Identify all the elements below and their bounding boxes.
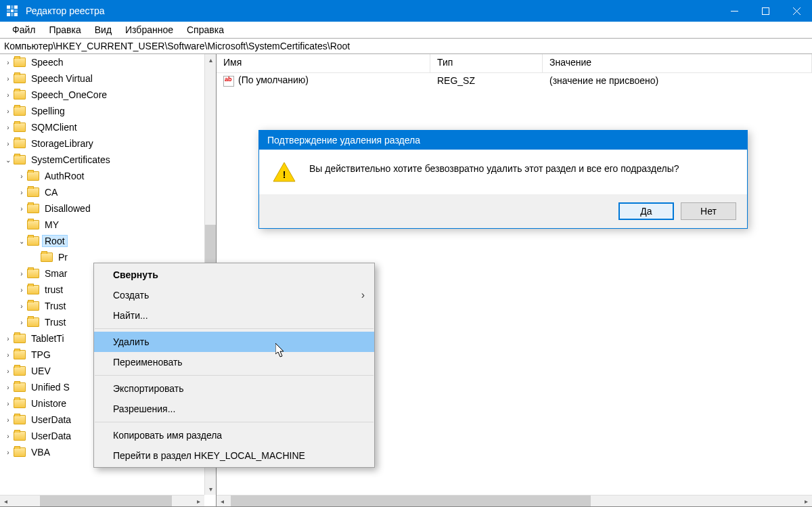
expand-icon[interactable]: ›	[3, 335, 14, 343]
expand-icon[interactable]: ›	[3, 140, 14, 148]
folder-icon	[27, 317, 39, 327]
tree-item-label: SystemCertificates	[28, 154, 113, 166]
tree-item-label: UEV	[28, 365, 53, 377]
yes-button[interactable]: Да	[618, 202, 674, 220]
tree-item-label: UserData	[28, 430, 74, 442]
menu-edit[interactable]: Правка	[42, 23, 87, 37]
minimize-button[interactable]	[719, 0, 750, 22]
tree-item-label: Speech Virtual	[28, 72, 95, 85]
values-horizontal-scrollbar[interactable]: ◂ ▸	[217, 495, 812, 506]
folder-icon	[27, 236, 39, 246]
menu-help[interactable]: Справка	[180, 23, 231, 37]
tree-item-label: VBA	[28, 446, 53, 458]
tree-item[interactable]: ›Speech	[0, 54, 216, 70]
expand-icon[interactable]: ›	[16, 270, 27, 278]
folder-icon	[14, 399, 26, 408]
expand-icon[interactable]: ›	[3, 59, 14, 66]
context-menu-item[interactable]: Свернуть	[94, 265, 374, 285]
scroll-up-arrow[interactable]: ▴	[205, 54, 216, 66]
titlebar[interactable]: Редактор реестра	[0, 0, 812, 22]
context-menu-item[interactable]: Создать	[94, 285, 374, 305]
maximize-button[interactable]	[750, 0, 781, 22]
folder-icon	[14, 58, 26, 67]
col-value[interactable]: Значение	[543, 54, 812, 72]
collapse-icon[interactable]: ⌄	[16, 238, 27, 245]
expand-icon[interactable]: ›	[16, 173, 27, 180]
folder-icon	[27, 269, 39, 278]
expand-icon[interactable]: ›	[16, 189, 27, 196]
context-menu-item[interactable]: Переименовать	[94, 352, 374, 372]
scroll-right-arrow[interactable]: ▸	[800, 495, 812, 506]
values-header: Имя Тип Значение	[217, 54, 812, 73]
tree-item[interactable]: ⌄SystemCertificates	[0, 152, 216, 168]
scroll-left-arrow[interactable]: ◂	[217, 495, 228, 506]
scroll-thumb[interactable]	[40, 495, 172, 506]
expand-icon[interactable]: ›	[16, 205, 27, 213]
expand-icon[interactable]: ›	[16, 303, 27, 310]
expand-icon[interactable]: ›	[3, 351, 14, 359]
value-row[interactable]: (По умолчанию) REG_SZ (значение не присв…	[217, 73, 812, 88]
folder-icon	[14, 123, 26, 132]
expand-icon[interactable]: ›	[3, 124, 14, 131]
tree-item[interactable]: ›Spelling	[0, 103, 216, 119]
tree-item-label: TabletTi	[28, 332, 67, 345]
expand-icon[interactable]: ›	[3, 91, 14, 99]
folder-icon	[14, 447, 26, 457]
tree-item[interactable]: ⌄Root	[0, 233, 216, 249]
context-menu-item[interactable]: Перейти в раздел HKEY_LOCAL_MACHINE	[94, 445, 374, 466]
expand-icon[interactable]: ›	[3, 368, 14, 375]
folder-icon	[27, 301, 39, 311]
tree-item[interactable]: ›CA	[0, 184, 216, 200]
tree-item[interactable]: ›Disallowed	[0, 200, 216, 217]
no-button[interactable]: Нет	[681, 202, 736, 220]
menu-separator	[95, 328, 374, 329]
tree-item-label: MY	[42, 219, 62, 231]
expand-icon[interactable]: ›	[3, 433, 14, 440]
tree-item[interactable]: MY	[0, 217, 216, 233]
scroll-thumb[interactable]	[231, 495, 591, 506]
tree-item[interactable]: ›AuthRoot	[0, 168, 216, 184]
scroll-right-arrow[interactable]: ▸	[193, 495, 204, 506]
expand-icon[interactable]: ›	[3, 384, 14, 391]
collapse-icon[interactable]: ⌄	[3, 156, 14, 164]
tree-item[interactable]: ›SQMClient	[0, 119, 216, 135]
folder-icon	[14, 90, 26, 100]
context-menu-item[interactable]: Экспортировать	[94, 378, 374, 399]
scroll-left-arrow[interactable]: ◂	[0, 495, 12, 506]
app-icon	[7, 5, 18, 16]
folder-icon	[14, 382, 26, 392]
col-name[interactable]: Имя	[217, 54, 430, 72]
window-title: Редактор реестра	[26, 5, 719, 16]
expand-icon[interactable]: ›	[3, 75, 14, 83]
context-menu-item[interactable]: Разрешения...	[94, 399, 374, 419]
menu-file[interactable]: Файл	[5, 23, 42, 37]
menu-view[interactable]: Вид	[88, 23, 118, 37]
expand-icon[interactable]: ›	[3, 400, 14, 407]
expand-icon[interactable]: ›	[3, 108, 14, 115]
dialog-title[interactable]: Подтверждение удаления раздела	[259, 131, 747, 150]
tree-item-label: Unified S	[28, 381, 72, 393]
col-type[interactable]: Тип	[430, 54, 543, 72]
scroll-down-arrow[interactable]: ▾	[205, 483, 216, 495]
expand-icon[interactable]: ›	[16, 286, 27, 294]
context-menu-item[interactable]: Удалить	[94, 332, 374, 352]
folder-icon	[14, 74, 26, 83]
folder-icon	[27, 188, 39, 197]
tree-item-label: Trust	[42, 316, 68, 328]
expand-icon[interactable]: ›	[3, 449, 14, 456]
context-menu-item[interactable]: Копировать имя раздела	[94, 425, 374, 445]
tree-item[interactable]: ›StorageLibrary	[0, 135, 216, 152]
context-menu-item[interactable]: Найти...	[94, 305, 374, 326]
tree-horizontal-scrollbar[interactable]: ◂ ▸	[0, 495, 204, 506]
menu-favorites[interactable]: Избранное	[118, 23, 180, 37]
tree-item-label: Trust	[42, 300, 68, 312]
folder-icon	[27, 171, 39, 181]
tree-item[interactable]: ›Speech Virtual	[0, 70, 216, 87]
close-button[interactable]	[781, 0, 812, 22]
tree-item-label: Pr	[55, 251, 70, 263]
expand-icon[interactable]: ›	[16, 319, 27, 326]
confirm-delete-dialog: Подтверждение удаления раздела ! Вы дейс…	[258, 130, 748, 229]
expand-icon[interactable]: ›	[3, 416, 14, 424]
address-bar[interactable]: Компьютер\HKEY_CURRENT_USER\Software\Mic…	[0, 38, 812, 54]
tree-item[interactable]: ›Speech_OneCore	[0, 87, 216, 103]
